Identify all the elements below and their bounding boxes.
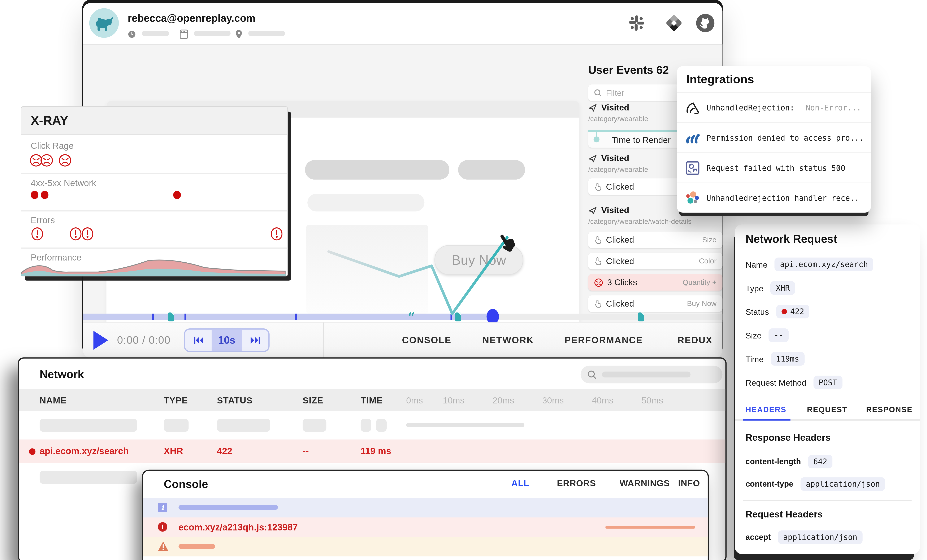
- console-info-row[interactable]: i: [143, 498, 708, 518]
- integration-text-muted: Non-Error...: [805, 103, 861, 112]
- pointer-icon: [594, 257, 602, 265]
- col-time[interactable]: TIME: [361, 389, 383, 411]
- meta-placeholder: [248, 31, 285, 36]
- content-placeholder: [458, 160, 525, 180]
- skip-back-button[interactable]: [185, 330, 212, 351]
- event-visited[interactable]: Visited: [588, 103, 629, 112]
- event-clicked-size[interactable]: Clicked Size: [588, 232, 722, 248]
- event-visited[interactable]: Visited: [588, 153, 629, 163]
- tab-redux[interactable]: REDUX: [678, 323, 713, 358]
- warning-icon: [158, 541, 169, 554]
- bugsnag-icon: [685, 130, 700, 145]
- col-name[interactable]: NAME: [40, 389, 67, 411]
- console-warning-row[interactable]: [143, 537, 708, 557]
- field-size: Size --: [745, 328, 789, 342]
- integration-bugsnag-row[interactable]: Permission denied to access pro...: [677, 122, 871, 152]
- github-icon[interactable]: [695, 13, 716, 35]
- console-title: Console: [164, 478, 208, 491]
- console-error-row[interactable]: ! ecom.xyz/a213qh.js:123987: [143, 518, 708, 537]
- console-error-source: ecom.xyz/a213qh.js:123987: [178, 518, 298, 537]
- play-button[interactable]: [93, 331, 108, 350]
- network-table-header: NAME TYPE STATUS SIZE TIME 0ms 10ms 20ms…: [19, 389, 725, 411]
- content-placeholder: [307, 194, 424, 211]
- active-tab-indicator: [743, 419, 790, 420]
- timeline-page-marker[interactable]: [638, 313, 644, 321]
- skip-control: 10s: [184, 328, 270, 352]
- timer-marker-dot: [594, 137, 599, 142]
- event-clicked-buy-now[interactable]: Clicked Buy Now: [588, 295, 722, 312]
- timeline-event-tick[interactable]: [184, 314, 186, 320]
- timeline-event-tick[interactable]: [450, 314, 452, 320]
- jira-icon[interactable]: [663, 12, 685, 36]
- skip-forward-button[interactable]: [242, 330, 268, 351]
- event-clicked-color[interactable]: Clicked Color: [588, 253, 722, 269]
- playback-timeline[interactable]: “: [83, 314, 723, 320]
- divider: [743, 500, 912, 501]
- time-tick: 10ms: [443, 389, 465, 411]
- console-tab-errors[interactable]: ERRORS: [557, 478, 596, 488]
- table-row-error[interactable]: api.ecom.xyz/search XHR 422 -- 119 ms: [19, 440, 725, 463]
- timeline-event-tick[interactable]: [152, 314, 154, 320]
- field-request-method: Request Method POST: [745, 376, 842, 389]
- network-request-panel: Network Request Name api.ecom.xyz/search…: [735, 225, 920, 554]
- error-dot: [29, 448, 35, 455]
- time-tick: 20ms: [492, 389, 514, 411]
- divider: [21, 210, 287, 211]
- controls-divider: [323, 323, 324, 358]
- table-row-placeholder[interactable]: [19, 411, 725, 440]
- meta-placeholder: [194, 31, 231, 36]
- response-headers-title: Response Headers: [745, 433, 831, 443]
- integration-datadog-row[interactable]: Request failed with status 500: [677, 152, 871, 182]
- slack-icon[interactable]: [628, 14, 646, 34]
- integration-sentry-row[interactable]: UnhandledRejection: Non-Error...: [677, 92, 871, 122]
- info-icon: i: [158, 503, 167, 512]
- divider: [21, 247, 287, 248]
- col-status[interactable]: STATUS: [217, 389, 253, 411]
- col-size[interactable]: SIZE: [303, 389, 324, 411]
- tab-console[interactable]: CONSOLE: [402, 323, 451, 358]
- skip-interval-label[interactable]: 10s: [211, 330, 242, 351]
- request-header-row: accept application/json: [745, 530, 862, 544]
- search-icon: [588, 370, 597, 379]
- clock-icon: [128, 30, 136, 38]
- event-target: Color: [699, 257, 716, 265]
- content-placeholder: [306, 225, 428, 314]
- field-type: Type XHR: [745, 281, 795, 295]
- waterfall-bar: [406, 423, 524, 427]
- header-label: content-type: [745, 480, 793, 489]
- console-tab-warnings[interactable]: WARNINGS: [620, 478, 670, 488]
- network-search-input[interactable]: [581, 366, 723, 384]
- timeline-event-tick[interactable]: [295, 314, 297, 320]
- console-tab-info[interactable]: INFO: [678, 478, 700, 488]
- event-visited[interactable]: Visited: [588, 206, 629, 215]
- field-label: Type: [745, 283, 763, 293]
- tab-headers[interactable]: HEADERS: [745, 405, 786, 414]
- navigate-icon: [588, 103, 597, 112]
- integration-elastic-row[interactable]: Unhandledrejection handler rece..: [677, 182, 871, 213]
- row-type: XHR: [164, 440, 183, 463]
- pointer-icon: [594, 299, 602, 308]
- tab-network[interactable]: NETWORK: [482, 323, 534, 358]
- event-rage-clicks[interactable]: 3 Clicks Quantity +: [588, 274, 722, 291]
- field-value: api.ecom.xyz/search: [775, 258, 873, 271]
- error-icon: !: [158, 522, 167, 532]
- event-label: Visited: [601, 206, 629, 215]
- header-value: 642: [808, 455, 833, 468]
- xray-network-label: 4xx-5xx Network: [31, 178, 96, 188]
- angry-face-icon: [594, 278, 603, 287]
- console-tab-all[interactable]: ALL: [511, 478, 529, 488]
- event-target: Size: [702, 236, 717, 244]
- timeline-page-marker[interactable]: [455, 313, 461, 321]
- navigate-icon: [588, 154, 597, 162]
- tab-performance[interactable]: PERFORMANCE: [565, 323, 643, 358]
- timeline-page-marker[interactable]: [168, 313, 174, 321]
- field-value: XHR: [770, 281, 795, 295]
- rage-face-icons: [30, 153, 83, 168]
- cursor-hand-icon: [495, 228, 519, 256]
- avatar: [89, 8, 119, 38]
- tab-response[interactable]: RESPONSE: [866, 405, 913, 414]
- col-type[interactable]: TYPE: [164, 389, 188, 411]
- tab-request[interactable]: REQUEST: [807, 405, 848, 414]
- network-error-dot: [41, 191, 49, 199]
- user-events-count: 62: [656, 64, 669, 76]
